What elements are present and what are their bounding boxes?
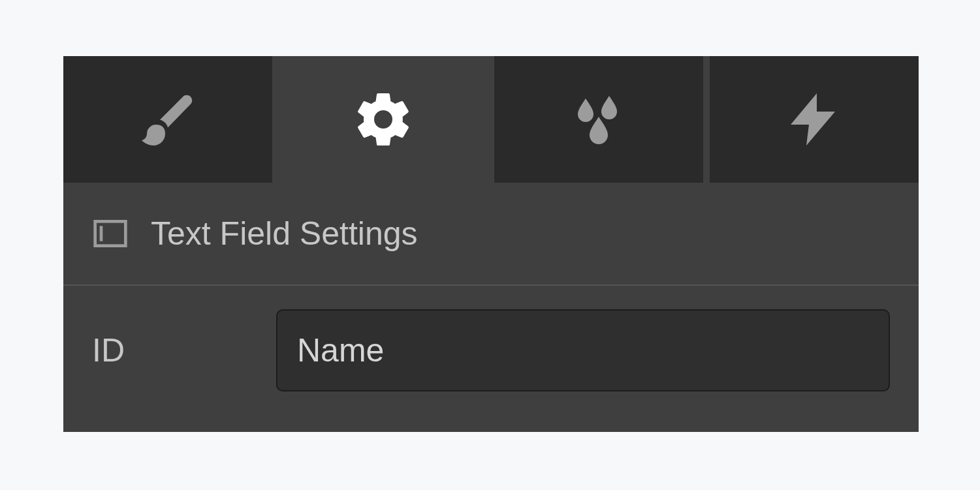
id-row: ID [63, 286, 919, 391]
actions-tab[interactable] [710, 56, 919, 183]
id-input[interactable] [276, 309, 890, 391]
effects-tab[interactable] [494, 56, 703, 183]
section-header: Text Field Settings [63, 183, 919, 286]
droplets-icon [567, 88, 630, 151]
gear-icon [352, 88, 415, 151]
inspector-panel: Text Field Settings ID [63, 56, 919, 432]
section-title: Text Field Settings [151, 215, 418, 253]
id-label: ID [92, 331, 276, 369]
inspector-tabstrip [63, 56, 919, 183]
bolt-icon [783, 88, 846, 151]
brush-tab[interactable] [63, 56, 272, 183]
text-field-icon [92, 215, 129, 252]
brush-icon [136, 88, 199, 151]
settings-tab[interactable] [279, 56, 488, 183]
